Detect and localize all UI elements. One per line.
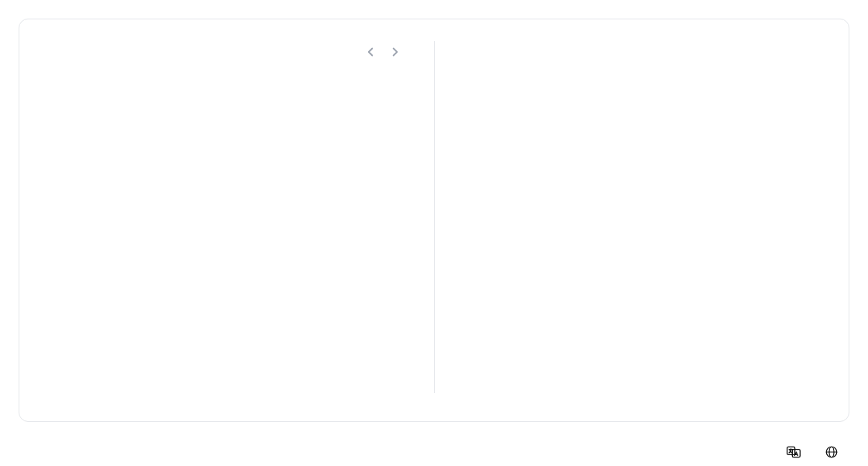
calendar-pane [47,41,435,393]
calendar-nav [360,41,406,63]
language-selector[interactable] [786,444,806,460]
chevron-right-icon [388,45,402,59]
timeslot-pane [435,41,821,393]
prev-month-button[interactable] [360,41,381,63]
globe-icon [825,445,839,459]
chevron-left-icon [363,45,377,59]
next-month-button[interactable] [384,41,406,63]
scheduling-card [19,19,849,422]
translate-icon [786,444,801,460]
svg-rect-1 [792,450,800,457]
timezone-selector[interactable] [825,445,843,459]
calendar-header [47,41,406,63]
footer [19,435,849,466]
